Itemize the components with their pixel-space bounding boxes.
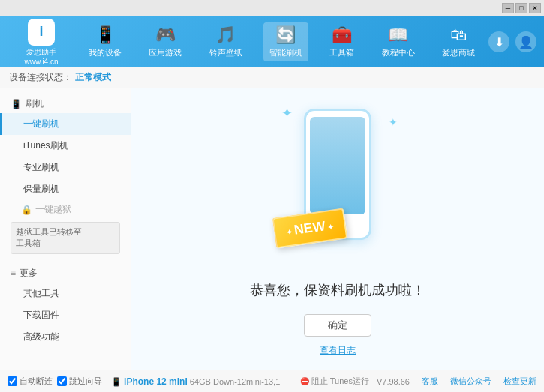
status-value: 正常模式 [75,71,111,84]
auto-reconnect-input[interactable] [8,376,17,386]
sidebar-note-jailbreak: 越狱工具已转移至工具箱 [11,222,120,254]
logo-name: 爱思助手 [26,47,56,58]
sidebar-item-itunes-flash[interactable]: iTunes刷机 [0,135,131,157]
skip-wizard-checkbox[interactable]: 跳过向导 [57,376,102,387]
nav-tutorial[interactable]: 📖 教程中心 [376,22,421,61]
phone-illustration: ✦ ✦ ✦ NEW [263,101,413,266]
nav-ringtones[interactable]: 🎵 铃声壁纸 [203,22,248,61]
itunes-status-label: 阻止iTunes运行 [311,376,369,387]
nav-toolbox[interactable]: 🧰 工具箱 [323,22,360,61]
new-badge: NEW [272,208,347,249]
sidebar-item-save-flash[interactable]: 保量刷机 [0,178,131,200]
smart-flash-label: 智能刷机 [269,47,302,58]
view-log-link[interactable]: 查看日志 [320,344,356,357]
sidebar-item-advanced[interactable]: 高级功能 [0,326,131,348]
my-device-icon: 📱 [95,25,116,45]
auto-reconnect-label: 自动断连 [20,376,53,387]
tutorial-label: 教程中心 [382,47,415,58]
smart-flash-icon: 🔄 [275,25,296,45]
apps-games-icon: 🎮 [155,25,176,45]
version-text: V7.98.66 [377,377,410,386]
check-update-link[interactable]: 检查更新 [503,376,536,387]
more-section-icon: ≡ [11,268,16,278]
bottom-right: V7.98.66 客服 微信公众号 检查更新 [377,376,536,387]
device-firmware: Down-12mini-13,1 [213,377,280,386]
sidebar-locked-jailbreak: 🔒 一键越狱 [0,200,131,219]
logo-url: www.i4.cn [24,58,58,66]
sparkle-1: ✦ [281,105,293,121]
nav-store[interactable]: 🛍 爱思商城 [436,22,481,61]
itunes-status[interactable]: ⛔ 阻止iTunes运行 [300,376,369,387]
nav-my-device[interactable]: 📱 我的设备 [83,22,128,61]
nav-apps-games[interactable]: 🎮 应用游戏 [143,22,188,61]
more-section-label: 更多 [20,267,38,280]
device-icon: 📱 [111,377,122,386]
toolbox-label: 工具箱 [329,47,354,58]
store-icon: 🛍 [450,25,467,45]
sidebar-divider [8,259,123,259]
sidebar-item-download-firmware[interactable]: 下载固件 [0,304,131,326]
skip-wizard-input[interactable] [57,376,67,386]
header: i 爱思助手 www.i4.cn 📱 我的设备 🎮 应用游戏 🎵 铃声壁纸 🔄 … [0,16,544,67]
confirm-button[interactable]: 确定 [304,314,371,337]
lock-icon: 🔒 [21,205,32,215]
my-device-label: 我的设备 [89,47,122,58]
sidebar: 📱 刷机 一键刷机 iTunes刷机 专业刷机 保量刷机 🔒 一键越狱 越狱工具… [0,88,131,370]
title-bar: ─ □ ✕ [0,0,544,16]
store-label: 爱思商城 [442,47,475,58]
status-label: 设备连接状态： [9,71,72,84]
ringtones-label: 铃声壁纸 [209,47,242,58]
device-storage: 64GB [190,377,211,386]
toolbox-icon: 🧰 [332,25,352,45]
success-message: 恭喜您，保资料刷机成功啦！ [250,281,425,299]
sidebar-section-flash[interactable]: 📱 刷机 [0,94,131,113]
content-area: ✦ ✦ ✦ NEW 恭喜您，保资料刷机成功啦！ 确定 查看日志 [131,88,544,370]
stop-icon: ⛔ [300,377,309,385]
minimize-button[interactable]: ─ [502,3,514,13]
window-controls[interactable]: ─ □ ✕ [502,3,541,13]
phone-screen [310,117,365,214]
apps-games-label: 应用游戏 [149,47,182,58]
customer-service-link[interactable]: 客服 [422,376,438,387]
nav-smart-flash[interactable]: 🔄 智能刷机 [263,22,308,61]
flash-section-label: 刷机 [26,97,44,110]
ringtones-icon: 🎵 [215,25,236,45]
device-name: iPhone 12 mini [124,376,188,387]
tutorial-icon: 📖 [388,25,408,45]
wechat-link[interactable]: 微信公众号 [450,376,491,387]
sidebar-item-pro-flash[interactable]: 专业刷机 [0,157,131,178]
status-bar: 设备连接状态： 正常模式 [0,67,544,88]
close-button[interactable]: ✕ [529,3,541,13]
logo-icon: i [28,19,55,46]
download-button[interactable]: ⬇ [488,31,509,52]
main-layout: 📱 刷机 一键刷机 iTunes刷机 专业刷机 保量刷机 🔒 一键越狱 越狱工具… [0,88,544,370]
maximize-button[interactable]: □ [515,3,527,13]
device-info: 📱 iPhone 12 mini 64GB Down-12mini-13,1 [111,376,280,387]
skip-wizard-label: 跳过向导 [69,376,102,387]
flash-section-icon: 📱 [11,99,22,109]
header-right: ⬇ 👤 [488,31,536,52]
sidebar-item-other-tools[interactable]: 其他工具 [0,283,131,304]
logo[interactable]: i 爱思助手 www.i4.cn [8,19,75,66]
bottom-bar: 自动断连 跳过向导 📱 iPhone 12 mini 64GB Down-12m… [0,370,544,392]
auto-reconnect-checkbox[interactable]: 自动断连 [8,376,53,387]
sparkle-2: ✦ [389,116,398,128]
sidebar-section-more[interactable]: ≡ 更多 [0,264,131,283]
sidebar-item-one-key-flash[interactable]: 一键刷机 [0,113,131,135]
bottom-left: 自动断连 跳过向导 📱 iPhone 12 mini 64GB Down-12m… [8,376,293,387]
nav-bar: 📱 我的设备 🎮 应用游戏 🎵 铃声壁纸 🔄 智能刷机 🧰 工具箱 📖 教程中心… [75,22,488,61]
user-button[interactable]: 👤 [515,31,536,52]
